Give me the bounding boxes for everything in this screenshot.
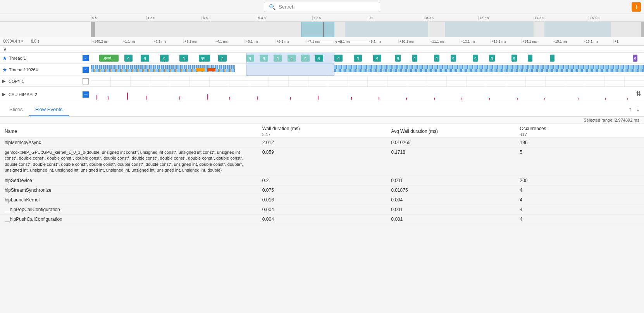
row4-occ: 4 — [515, 195, 644, 205]
thread110264-checkbox[interactable]: ✓ — [83, 67, 89, 73]
detail-mark-7: +7.1 ms — [306, 40, 337, 43]
table-scroll[interactable]: Name Wall duration (ms) 3.17 Avg Wall du… — [0, 124, 644, 313]
thread1-block-g11[interactable]: g — [412, 55, 417, 62]
detail-time-right: 8.8 s — [31, 39, 40, 43]
detail-mark-13: +13.1 ms — [491, 40, 521, 43]
overview-selection-1 — [301, 22, 334, 37]
detail-time-left: 68904.4 s + — [3, 39, 24, 43]
detail-mark-1: +1.1 ms — [122, 40, 152, 43]
table-row[interactable]: __hipPopCallConfiguration 0.004 0.001 4 — [0, 205, 644, 214]
track-label-thread1: ★ Thread 1 ✓ — [0, 55, 91, 61]
thread110264-star[interactable]: ★ — [2, 67, 7, 73]
spike-9 — [290, 97, 291, 100]
row1-wall: 0.859 — [258, 148, 386, 176]
spike-10 — [318, 96, 319, 100]
table-row[interactable]: hipMemcpyAsync 2.012 0.010265 196 — [0, 138, 644, 148]
cpuhip-expand[interactable]: ▶ — [2, 92, 5, 97]
spike-18 — [544, 98, 545, 100]
thread1-star[interactable]: ★ — [2, 55, 7, 61]
sort-ascending-button[interactable]: ↑ — [627, 105, 633, 114]
thread1-block-g16[interactable]: g — [511, 55, 517, 62]
table-row[interactable]: hipStreamSynchronize 0.075 0.01875 4 — [0, 185, 644, 195]
spike-5 — [179, 96, 180, 100]
cpuhip-name: CPU HIP API 2 — [9, 92, 81, 97]
thread1-block-g1[interactable]: g — [124, 55, 133, 62]
track-row-cpuhip: ▶ CPU HIP API 2 — — [0, 87, 644, 102]
thread1-block-g15[interactable]: g — [489, 55, 494, 62]
thread1-block-sel3[interactable]: g — [274, 55, 282, 62]
thread1-block-sel4[interactable]: g — [288, 55, 296, 62]
thread1-block-g17[interactable] — [528, 55, 532, 62]
row1-avg: 0.1718 — [386, 148, 515, 176]
thread1-block-g8[interactable]: g — [354, 55, 362, 62]
thread1-block-sel5[interactable]: g — [301, 55, 309, 62]
tab-slices[interactable]: Slices — [3, 103, 29, 116]
thread1-checkbox[interactable]: ✓ — [83, 55, 89, 61]
ruler-mark-5: 9 s — [368, 16, 423, 20]
thread1-block-ge[interactable]: ge... — [199, 55, 210, 62]
copy1-baseline — [91, 81, 644, 81]
row2-avg: 0.001 — [386, 175, 515, 185]
thread1-block-g5[interactable]: g — [218, 55, 226, 62]
spike-4 — [146, 96, 147, 100]
overview-bar[interactable] — [91, 22, 644, 37]
thread110264-content — [91, 64, 644, 76]
col-wall-duration-label: Wall duration (ms) — [262, 126, 300, 131]
thread1-block-g3[interactable]: g — [160, 55, 168, 62]
search-input[interactable] — [279, 4, 375, 10]
detail-mark-10: +10.1 ms — [398, 40, 429, 43]
thread1-block-genfock[interactable]: genf... — [99, 55, 119, 62]
thread1-block-g13[interactable]: g — [451, 55, 456, 62]
spike-14 — [434, 98, 435, 100]
thread110264-strip-4 — [334, 69, 644, 72]
col-header-avg-wall-duration: Avg Wall duration (ms) — [386, 124, 515, 138]
sort-icon-timeline[interactable]: ⇅ — [636, 90, 641, 97]
col-avg-wall-duration-label: Avg Wall duration (ms) — [391, 129, 438, 134]
thread1-block-g14[interactable]: g — [473, 55, 478, 62]
thread1-block-g2[interactable]: g — [141, 55, 149, 62]
row6-wall: 0.004 — [258, 214, 386, 224]
table-row[interactable]: genfock::HIP_GPU::GPU_kernel_1_0_1_0(dou… — [0, 148, 644, 176]
tab-flow-events[interactable]: Flow Events — [29, 103, 69, 116]
thread1-block-purple[interactable]: g — [633, 55, 637, 62]
track-row-thread1: ★ Thread 1 ✓ genf... g g g g ge... g g g… — [0, 53, 644, 64]
copy1-checkbox[interactable] — [83, 78, 89, 84]
alert-button[interactable]: ! — [632, 2, 641, 12]
row3-wall: 0.075 — [258, 185, 386, 195]
table-row[interactable]: __hipPushCallConfiguration 0.004 0.001 4 — [0, 214, 644, 224]
detail-mark-8: +8.1 ms — [337, 40, 367, 43]
spike-21 — [627, 98, 628, 100]
thread1-block-g9[interactable]: g — [373, 55, 381, 62]
thread1-block-g12[interactable]: g — [434, 55, 439, 62]
row0-avg: 0.010265 — [386, 138, 515, 148]
col-header-occurrences: Occurrences 417 — [515, 124, 644, 138]
table-row[interactable]: hipLaunchKernel 0.016 0.004 4 — [0, 195, 644, 205]
sort-descending-button[interactable]: ↓ — [635, 105, 641, 114]
cpuhip-checkbox[interactable]: — — [83, 91, 89, 98]
overview-thumb-left[interactable] — [91, 22, 95, 37]
expand-all-button[interactable]: ∧ — [0, 46, 91, 52]
row2-wall: 0.2 — [258, 175, 386, 185]
ruler-mark-7: 12.7 s — [478, 16, 534, 20]
tabs-bar: Slices Flow Events ↑ ↓ — [0, 102, 644, 117]
overview-thumb-right[interactable] — [641, 22, 644, 37]
spike-11 — [351, 97, 352, 100]
detail-mark-11: +11.1 ms — [429, 40, 460, 43]
search-icon: 🔍 — [269, 4, 276, 10]
thread1-block-g4[interactable]: g — [179, 55, 188, 62]
detail-mark-6: +6.1 ms 3 ms — [276, 40, 306, 43]
track-label-cpuhip: ▶ CPU HIP API 2 — — [0, 91, 91, 98]
thread1-block-g18[interactable] — [550, 55, 554, 62]
thread1-block-g6[interactable]: g — [315, 55, 323, 62]
overview-selection-4 — [544, 22, 611, 37]
spike-3 — [127, 93, 128, 100]
spike-16 — [489, 98, 490, 100]
thread1-block-sel2[interactable]: g — [260, 55, 268, 62]
ruler-mark-9: 16.3 s — [589, 16, 644, 20]
overview-selection-2 — [345, 22, 428, 37]
thread1-block-g7[interactable]: g — [334, 55, 343, 62]
spike-7 — [229, 97, 230, 100]
table-row[interactable]: hipSetDevice 0.2 0.001 200 — [0, 175, 644, 185]
thread1-block-sel1[interactable]: g — [246, 55, 254, 62]
copy1-expand[interactable]: ▶ — [2, 79, 5, 84]
